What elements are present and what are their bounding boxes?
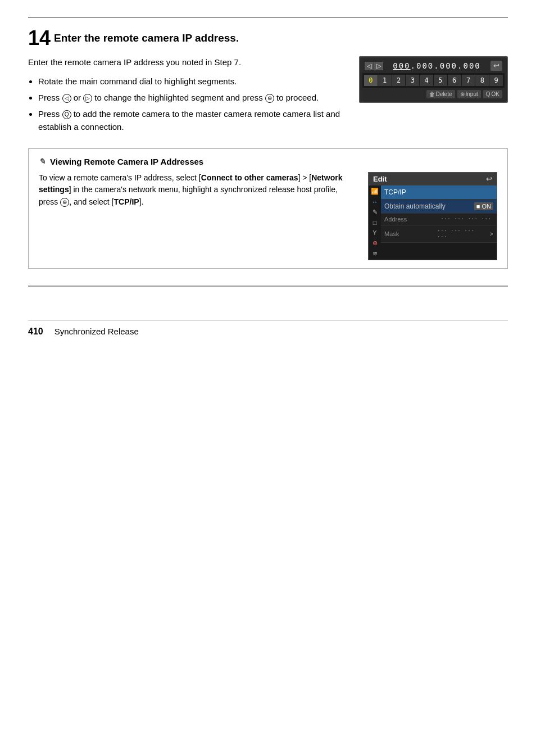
- sidebar-icon-wifi: 📶: [371, 188, 379, 195]
- mask-arrow: >: [490, 230, 493, 237]
- icon-press: ⊛: [60, 198, 69, 207]
- ip-seg-3: 000: [440, 61, 457, 70]
- note-paragraph: To view a remote camera's IP address, se…: [39, 172, 358, 209]
- camera-menu: Edit ↩ 📶 ↔ ✎ □ Y ⊛ ≋ TCP/IP: [368, 172, 497, 260]
- lcd-numpad: 0 1 2 3 4 5 6 7 8 9: [362, 73, 505, 88]
- bullet-1: Rotate the main command dial to highligh…: [38, 75, 348, 88]
- sidebar-icon-pencil: ✎: [373, 209, 378, 216]
- link-tcpip: TCP/IP: [114, 197, 139, 206]
- menu-title-text: Edit: [373, 175, 387, 183]
- lcd-input-btn[interactable]: ⊛ Input: [457, 90, 481, 98]
- address-value: ··· ··· ··· ···: [440, 216, 493, 222]
- lcd-ip-display: 000.000.000.000: [383, 61, 490, 70]
- ok-input-label: Input: [466, 91, 478, 97]
- numpad-2[interactable]: 2: [392, 75, 406, 86]
- ip-seg-1: 000: [393, 61, 410, 70]
- menu-back-button[interactable]: ↩: [486, 175, 492, 183]
- note-title: Viewing Remote Camera IP Addresses: [50, 157, 203, 166]
- menu-item-obtain[interactable]: Obtain automatically ■ ON: [381, 200, 497, 214]
- numpad-5[interactable]: 5: [434, 75, 447, 86]
- menu-items-list: TCP/IP Obtain automatically ■ ON Address…: [381, 185, 497, 260]
- numpad-1[interactable]: 1: [378, 75, 392, 86]
- menu-sidebar: 📶 ↔ ✎ □ Y ⊛ ≋: [369, 185, 381, 260]
- step-intro: Enter the remote camera IP address you n…: [28, 56, 348, 69]
- bullet-3: Press Q to add the remote camera to the …: [38, 107, 348, 134]
- note-content: To view a remote camera's IP address, se…: [39, 172, 497, 260]
- step-number: 14: [28, 28, 51, 48]
- icon-add: Q: [62, 110, 71, 119]
- step-content: Enter the remote camera IP address you n…: [28, 56, 508, 137]
- camera-lcd: ◁ ▷ 000.000.000.000 ↩ 0 1 2 3 4 5 6 7 8 …: [359, 56, 508, 103]
- numpad-3[interactable]: 3: [406, 75, 419, 86]
- menu-item-tcpip[interactable]: TCP/IP: [381, 185, 497, 200]
- numpad-7[interactable]: 7: [462, 75, 475, 86]
- page-number: 410: [28, 327, 43, 337]
- step-text-area: Enter the remote camera IP address you n…: [28, 56, 348, 137]
- obtain-value: ■ ON: [474, 202, 493, 210]
- sidebar-icon-arrow: ↔: [372, 198, 378, 205]
- numpad-8[interactable]: 8: [475, 75, 489, 86]
- bullet-2-text: Press ◁ or ▷ to change the highlighted s…: [38, 93, 319, 102]
- page-footer: 410 Synchronized Release: [28, 320, 508, 337]
- sidebar-icon-box: □: [373, 219, 377, 226]
- step-bullets: Rotate the main command dial to highligh…: [38, 75, 348, 134]
- delete-icon: 🗑: [429, 91, 435, 97]
- lcd-arrow-left[interactable]: ◁: [365, 62, 374, 70]
- lcd-delete-btn[interactable]: 🗑 Delete: [426, 90, 455, 98]
- step-title: Enter the remote camera IP address.: [54, 28, 239, 46]
- tcpip-label: TCP/IP: [384, 188, 493, 196]
- icon-ok: ⊛: [265, 94, 274, 103]
- bullet-3-text: Press Q to add the remote camera to the …: [38, 109, 340, 132]
- menu-item-mask[interactable]: Mask ··· ··· ··· ··· >: [381, 225, 497, 243]
- bottom-divider: [28, 286, 508, 287]
- sidebar-icon-y: Y: [373, 229, 376, 236]
- lcd-nav-arrows: ◁ ▷: [365, 62, 383, 70]
- menu-body: 📶 ↔ ✎ □ Y ⊛ ≋ TCP/IP Obtain automaticall…: [369, 185, 497, 260]
- mask-value: ··· ··· ··· ···: [437, 228, 487, 240]
- numpad-6[interactable]: 6: [448, 75, 461, 86]
- numpad-0[interactable]: 0: [364, 75, 378, 86]
- numpad-9[interactable]: 9: [489, 75, 503, 86]
- lcd-ok-btn[interactable]: Q OK: [483, 90, 502, 98]
- menu-title-bar: Edit ↩: [369, 173, 497, 185]
- obtain-label: Obtain automatically: [384, 202, 471, 210]
- numpad-4[interactable]: 4: [420, 75, 433, 86]
- note-header: ✎ Viewing Remote Camera IP Addresses: [39, 157, 497, 166]
- lcd-bottom-bar: 🗑 Delete ⊛ Input Q OK: [362, 88, 505, 99]
- ok-input-icon: ⊛: [460, 91, 465, 97]
- lcd-arrow-right[interactable]: ▷: [374, 62, 383, 70]
- menu-item-address[interactable]: Address ··· ··· ··· ···: [381, 214, 497, 225]
- note-box: ✎ Viewing Remote Camera IP Addresses To …: [28, 148, 508, 269]
- ip-seg-2: 000: [416, 61, 434, 70]
- lcd-back-button[interactable]: ↩: [490, 61, 502, 71]
- mask-label: Mask: [384, 230, 434, 237]
- page-section: Synchronized Release: [54, 327, 139, 336]
- icon-right: ▷: [83, 94, 92, 103]
- sidebar-icon-lines: ≋: [373, 250, 378, 257]
- ok-label: OK: [492, 91, 499, 97]
- note-text: To view a remote camera's IP address, se…: [39, 172, 358, 260]
- ip-seg-4: 000: [463, 61, 480, 70]
- step-header: 14 Enter the remote camera IP address.: [28, 17, 508, 48]
- bullet-2: Press ◁ or ▷ to change the highlighted s…: [38, 91, 348, 104]
- bullet-1-text: Rotate the main command dial to highligh…: [38, 76, 237, 86]
- delete-label: Delete: [436, 91, 452, 97]
- q-icon: Q: [486, 91, 490, 97]
- address-label: Address: [384, 216, 437, 223]
- lcd-top-bar: ◁ ▷ 000.000.000.000 ↩: [362, 60, 505, 72]
- icon-left: ◁: [62, 94, 71, 103]
- link-connect: Connect to other cameras: [201, 173, 298, 182]
- sidebar-icon-q: ⊛: [373, 239, 378, 247]
- note-icon: ✎: [39, 157, 46, 166]
